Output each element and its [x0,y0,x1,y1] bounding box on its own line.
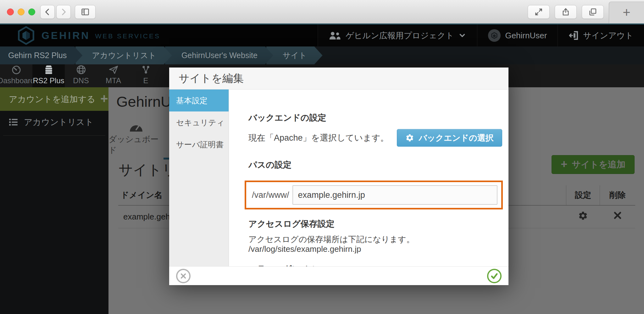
nav-label: DNS [73,76,89,85]
nav-item-mta[interactable]: MTA [97,64,130,87]
account-sidebar: アカウントを追加する + アカウントリスト [0,87,108,314]
confirm-button[interactable] [487,269,502,283]
nav-item-dashboard[interactable]: Dashboard [0,64,32,87]
back-button[interactable] [40,5,55,19]
close-window-button[interactable] [7,8,14,15]
breadcrumb-item-rs2plus[interactable]: Gehirn RS2 Plus [0,46,82,64]
backend-heading: バックエンドの設定 [248,112,503,123]
accesslog-description: アクセスログの保存場所は下記になります。 [248,235,503,244]
chevron-right-icon [59,8,68,16]
window-controls [7,8,35,15]
check-icon [490,272,498,280]
chevron-left-icon [43,8,52,16]
modal-tab-certificate[interactable]: サーバ証明書 [169,133,229,155]
nav-item-e[interactable]: E [130,64,162,87]
gauge-icon [10,64,23,75]
path-heading: パスの設定 [248,159,503,171]
account-list-item[interactable]: アカウントリスト [0,111,108,133]
breadcrumb-item-website[interactable]: GehirnUser's Website [165,46,273,64]
sidebar-toggle-button[interactable] [75,5,96,19]
signout-label: サインアウト [583,30,633,41]
avatar-hexagon-icon [491,32,498,39]
screen: + GEHIRN WEB SERVICES ゲヒルン広報用プロジェクト Gehi… [0,0,644,314]
server-stack-icon [42,64,55,75]
username: GehirnUser [505,31,547,41]
avatar [488,29,501,42]
paper-plane-icon [107,64,120,75]
sidebar-divider [3,135,105,136]
gehirn-logo[interactable]: GEHIRN WEB SERVICES [16,26,160,45]
breadcrumb-item-site[interactable]: サイト [266,46,323,64]
accesslog-path: /var/log/sites/example.gehirn.jp [248,244,503,254]
project-selector[interactable]: ゲヒルン広報用プロジェクト [318,24,477,46]
browser-titlebar: + [0,0,644,24]
list-icon [8,117,19,127]
path-prefix: /var/www/ [250,190,292,200]
nav-label: RS2 Plus [33,76,64,85]
nav-label: E [143,76,148,85]
fullscreen-icon [534,8,543,16]
path-setting-box: /var/www/ [245,181,503,209]
nav-label: MTA [106,76,121,85]
add-account-label: アカウントを追加する [9,94,95,105]
people-icon [329,30,341,41]
zoom-window-button[interactable] [28,8,35,15]
sidebar-icon [80,7,90,17]
modal-title: サイトを編集 [169,68,508,89]
fullscreen-button[interactable] [528,5,550,19]
modal-tab-basic[interactable]: 基本設定 [169,89,229,111]
modal-tab-security[interactable]: セキュリティ [169,111,229,133]
share-icon [561,8,570,16]
project-name: ゲヒルン広報用プロジェクト [346,30,454,41]
edit-site-modal: サイトを編集 基本設定 セキュリティ サーバ証明書 バックエンドの設定 現在「A… [169,68,508,285]
nav-label: Dashboard [0,76,35,85]
nav-item-rs2plus[interactable]: RS2 Plus [32,64,65,87]
cancel-button[interactable] [176,269,191,283]
tabs-icon [588,8,597,16]
account-list-label: アカウントリスト [24,116,93,128]
app-header: GEHIRN WEB SERVICES ゲヒルン広報用プロジェクト Gehirn… [0,24,644,46]
nodes-icon [139,64,153,75]
breadcrumb: Gehirn RS2 Plus アカウントリスト GehirnUser's We… [0,46,644,64]
errorlog-heading: エラーログレベル [248,263,503,266]
x-icon [180,273,187,279]
breadcrumb-item-accountlist[interactable]: アカウントリスト [75,46,172,64]
select-backend-label: バックエンドの選択 [419,133,493,143]
globe-icon [75,64,88,75]
share-button[interactable] [555,5,577,19]
hexagon-logo-icon [16,26,36,45]
backend-current-text: 現在「Apache」を選択しています。 [248,132,389,143]
minimize-window-button[interactable] [18,8,25,15]
brand-suffix: WEB SERVICES [95,32,160,40]
modal-content: バックエンドの設定 現在「Apache」を選択しています。 バックエンドの選択 … [229,89,508,266]
brand-name: GEHIRN [42,30,90,41]
path-input[interactable] [292,185,497,205]
signout-button[interactable]: サインアウト [558,24,644,46]
modal-footer [169,266,508,285]
add-account-button[interactable]: アカウントを追加する + [0,87,108,111]
tab-overview-button[interactable] [582,5,604,19]
nav-item-dns[interactable]: DNS [65,64,97,87]
accesslog-heading: アクセスログ保存設定 [248,218,503,230]
signout-icon [569,30,579,41]
select-backend-button[interactable]: バックエンドの選択 [397,129,502,147]
forward-button[interactable] [56,5,71,19]
new-tab-button[interactable]: + [609,2,644,23]
modal-tab-list: 基本設定 セキュリティ サーバ証明書 [169,89,229,266]
user-menu[interactable]: GehirnUser [477,24,558,46]
gear-icon [405,133,414,142]
chevron-down-icon [458,31,466,40]
